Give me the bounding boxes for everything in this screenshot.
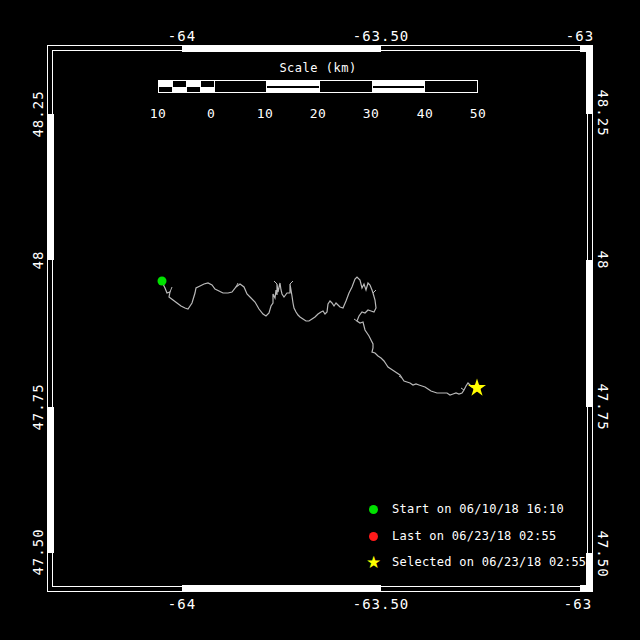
start-dot-icon xyxy=(366,501,381,517)
track-spur xyxy=(170,287,172,292)
start-position-marker[interactable] xyxy=(158,277,167,286)
legend-item-label: Start on 06/10/18 16:10 xyxy=(392,502,564,516)
map-plot: -64 -63.50 -63 -64 -63.50 -63 48.25 48 4… xyxy=(0,0,640,640)
track-spur xyxy=(354,319,357,321)
legend-item: ★ Selected on 06/23/18 02:55 xyxy=(366,554,586,570)
legend-item-label: Selected on 06/23/18 02:55 xyxy=(392,555,586,569)
legend-item: Start on 06/10/18 16:10 xyxy=(366,501,564,517)
track-spur xyxy=(373,290,376,293)
legend-item-label: Last on 06/23/18 02:55 xyxy=(392,529,556,543)
legend-item: Last on 06/23/18 02:55 xyxy=(366,528,556,544)
selected-star-icon: ★ xyxy=(366,554,381,570)
map-svg xyxy=(0,0,640,640)
track-spur xyxy=(290,281,293,284)
track-line[interactable] xyxy=(162,277,477,395)
track-spur xyxy=(274,281,277,284)
track-spur xyxy=(461,388,464,390)
last-dot-icon xyxy=(366,528,381,544)
selected-position-marker[interactable] xyxy=(468,379,486,396)
